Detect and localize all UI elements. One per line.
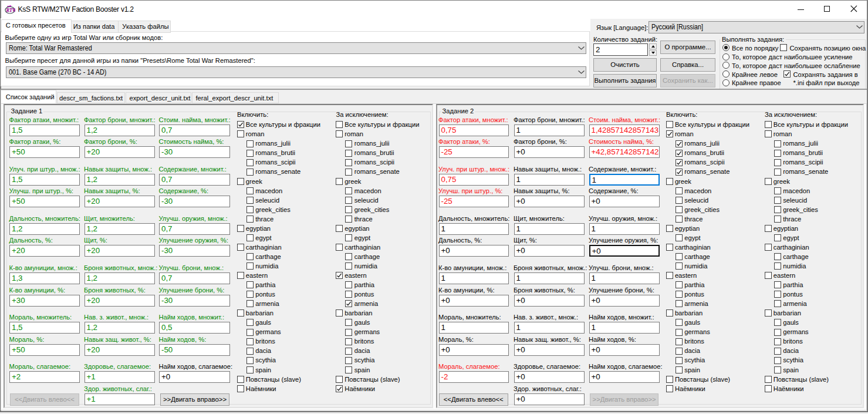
svg-text:RTW: RTW: [6, 8, 15, 13]
